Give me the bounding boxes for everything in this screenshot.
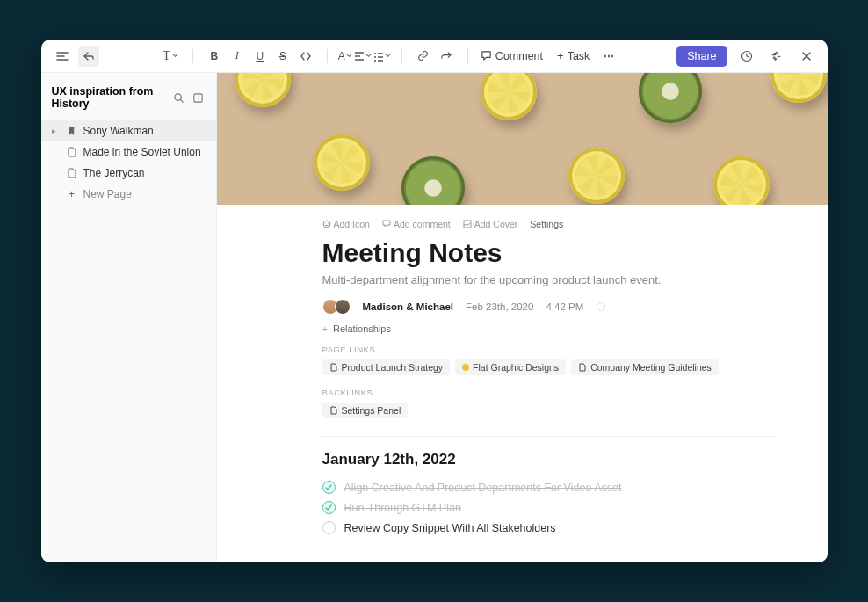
backlink-chip[interactable]: Settings Panel — [322, 403, 409, 418]
task-item[interactable]: Align Creative And Product Departments F… — [322, 481, 775, 494]
sidebar-item-sony-walkman[interactable]: ▸ Sony Walkman — [41, 120, 216, 141]
comment-label: Comment — [495, 50, 543, 62]
svg-rect-7 — [464, 221, 471, 228]
authors[interactable]: Madison & Michael — [363, 301, 454, 312]
redo-icon[interactable] — [436, 46, 457, 67]
italic-button[interactable]: I — [227, 46, 248, 67]
page-link-chip[interactable]: Product Launch Strategy — [322, 359, 451, 375]
time: 4:42 PM — [546, 301, 583, 312]
menu-icon[interactable] — [52, 46, 73, 67]
backlinks: Settings Panel — [322, 403, 775, 418]
checklist: Align Creative And Product Departments F… — [322, 481, 775, 534]
task-text: Run-Through GTM Plan — [344, 502, 461, 514]
doc-actions: Add Icon Add comment Add Cover Settings — [322, 219, 775, 229]
page-icon — [66, 168, 78, 178]
page-icon — [578, 363, 587, 372]
code-button[interactable] — [295, 46, 316, 67]
comment-button[interactable]: Comment — [475, 47, 548, 65]
svg-point-6 — [323, 221, 330, 228]
strikethrough-button[interactable]: S — [272, 46, 293, 67]
task-item[interactable]: Run-Through GTM Plan — [322, 501, 775, 514]
divider — [322, 436, 775, 437]
toolbar: T B I U S A — [41, 40, 828, 73]
page-icon — [329, 406, 338, 415]
align-button[interactable] — [354, 46, 372, 67]
page-link-chip[interactable]: Company Meeting Guidelines — [571, 359, 719, 375]
underline-button[interactable]: U — [250, 46, 271, 67]
collapse-icon[interactable] — [766, 46, 787, 67]
page-link-chip[interactable]: Flat Graphic Designs — [455, 359, 566, 375]
content-area: Add Icon Add comment Add Cover Settings … — [217, 73, 828, 562]
share-button[interactable]: Share — [676, 46, 727, 67]
page-title[interactable]: Meeting Notes — [322, 238, 775, 268]
app-window: T B I U S A — [41, 40, 828, 562]
relationships-button[interactable]: Relationships — [322, 323, 775, 334]
text-style-button[interactable]: T — [159, 46, 182, 67]
task-text: Review Copy Snippet With All Stakeholder… — [344, 522, 556, 534]
svg-rect-5 — [194, 93, 202, 101]
add-cover-button[interactable]: Add Cover — [463, 219, 518, 229]
gear-icon[interactable] — [596, 301, 606, 312]
history-icon[interactable] — [736, 46, 757, 67]
sidebar-item-jerrycan[interactable]: The Jerrycan — [41, 163, 216, 184]
search-icon[interactable] — [172, 91, 186, 105]
section-heading[interactable]: January 12th, 2022 — [322, 451, 775, 468]
dot-icon — [462, 364, 469, 371]
list-button[interactable] — [373, 46, 391, 67]
add-icon-button[interactable]: Add Icon — [322, 219, 370, 229]
task-item[interactable]: Review Copy Snippet With All Stakeholder… — [322, 521, 775, 534]
sidebar: UX inspiration from History ▸ Sony Walkm… — [41, 73, 217, 562]
bold-button[interactable]: B — [204, 46, 225, 67]
new-page-label: New Page — [83, 188, 132, 200]
checkbox-checked[interactable] — [322, 501, 336, 514]
sidebar-item-label: Sony Walkman — [83, 125, 154, 137]
checkbox-unchecked[interactable] — [322, 521, 336, 534]
task-text: Align Creative And Product Departments F… — [344, 482, 622, 494]
plus-icon: + — [66, 188, 78, 200]
new-page-button[interactable]: + New Page — [41, 184, 216, 205]
svg-point-2 — [374, 60, 376, 62]
page-links: Product Launch Strategy Flat Graphic Des… — [322, 359, 775, 375]
sidebar-title: UX inspiration from History — [52, 85, 167, 110]
back-button[interactable] — [78, 46, 99, 67]
svg-point-1 — [374, 56, 376, 58]
avatar — [335, 299, 351, 315]
page-icon — [66, 147, 78, 157]
cover-image — [217, 73, 828, 205]
checkbox-checked[interactable] — [322, 481, 336, 494]
page-subtitle[interactable]: Multi-department alignment for the upcom… — [322, 273, 775, 286]
page-icon — [329, 363, 338, 372]
task-label: Task — [568, 50, 590, 62]
more-button[interactable]: ⋯ — [598, 46, 619, 67]
sidebar-item-label: Made in the Soviet Union — [83, 146, 201, 158]
svg-point-8 — [597, 303, 605, 311]
author-avatars[interactable] — [322, 299, 351, 315]
settings-button[interactable]: Settings — [530, 219, 563, 229]
bookmark-icon — [66, 127, 78, 136]
link-button[interactable] — [413, 46, 434, 67]
panel-icon[interactable] — [192, 91, 206, 105]
meta-row: Madison & Michael Feb 23th, 2020 4:42 PM — [322, 299, 775, 315]
backlinks-label: BACKLINKS — [322, 388, 775, 397]
sidebar-item-soviet[interactable]: Made in the Soviet Union — [41, 141, 216, 163]
date: Feb 23th, 2020 — [466, 301, 533, 312]
sidebar-item-label: The Jerrycan — [83, 167, 145, 179]
close-icon[interactable] — [796, 46, 817, 67]
page-links-label: PAGE LINKS — [322, 345, 775, 354]
chevron-right-icon: ▸ — [52, 127, 61, 135]
text-color-button[interactable]: A — [338, 46, 352, 67]
add-comment-button[interactable]: Add comment — [382, 219, 451, 229]
svg-point-0 — [374, 53, 376, 54]
task-button[interactable]: + Task — [552, 47, 595, 65]
